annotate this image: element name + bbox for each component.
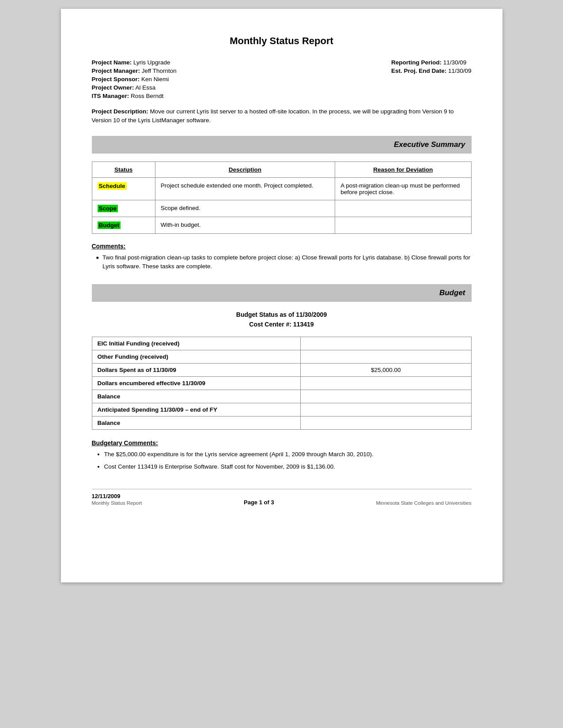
description-cell-budget: With-in budget. — [155, 217, 335, 233]
status-cell-budget: Budget — [92, 217, 155, 233]
table-row: Balance — [92, 390, 471, 403]
budget-row-label: Balance — [92, 390, 300, 403]
budgetary-comments-section: Budgetary Comments: The $25,000.00 expen… — [92, 439, 472, 472]
page-title: Monthly Status Report — [92, 35, 472, 47]
budget-table: EIC Initial Funding (received) Other Fun… — [92, 337, 472, 430]
budget-row-value — [300, 416, 471, 429]
budget-row-value — [300, 337, 471, 350]
project-info: Project Name: Lyris Upgrade Project Mana… — [92, 59, 472, 99]
table-row: Balance — [92, 416, 471, 429]
footer-page-info: Page 1 of 3 — [244, 499, 274, 506]
comments-section: Comments: ▪ Two final post-migration cle… — [92, 243, 472, 271]
budgetary-comments-list: The $25,000.00 expenditure is for the Ly… — [92, 450, 472, 472]
budget-badge: Budget — [98, 221, 121, 229]
table-row: EIC Initial Funding (received) — [92, 337, 471, 350]
footer-date: 12/11/2009 — [92, 493, 142, 499]
budget-row-value: $25,000.00 — [300, 363, 471, 376]
status-col-header: Status — [92, 161, 155, 177]
table-row: Dollars Spent as of 11/30/09 $25,000.00 — [92, 363, 471, 376]
budget-status-header: Budget Status as of 11/30/2009 Cost Cent… — [92, 310, 472, 330]
table-row: Scope Scope defined. — [92, 200, 471, 217]
project-name-value: Lyris Upgrade — [133, 59, 170, 66]
its-manager-label: ITS Manager: — [92, 93, 129, 99]
description-cell-schedule: Project schedule extended one month. Pro… — [155, 177, 335, 200]
budget-row-value — [300, 403, 471, 416]
project-manager-line: Project Manager: Jeff Thornton — [92, 68, 177, 74]
table-row: Other Funding (received) — [92, 350, 471, 363]
budget-row-label: Balance — [92, 416, 300, 429]
budget-row-value — [300, 376, 471, 390]
its-manager-value: Ross Berndt — [131, 93, 163, 99]
description-col-header: Description — [155, 161, 335, 177]
footer-organization: Minnesota State Colleges and Universitie… — [376, 500, 471, 506]
est-end-date-value: 11/30/09 — [448, 68, 472, 74]
project-manager-value: Jeff Thornton — [142, 68, 177, 74]
table-row: Dollars encumbered effective 11/30/09 — [92, 376, 471, 390]
its-manager-line: ITS Manager: Ross Berndt — [92, 93, 177, 99]
table-row: Anticipated Spending 11/30/09 – end of F… — [92, 403, 471, 416]
reporting-period-label: Reporting Period: — [391, 59, 442, 66]
budget-section-title: Budget — [98, 289, 465, 297]
project-sponsor-line: Project Sponsor: Ken Niemi — [92, 76, 177, 83]
footer-report-name: Monthly Status Report — [92, 500, 142, 506]
est-end-date-line: Est. Proj. End Date: 11/30/09 — [391, 68, 472, 74]
budget-section-header: Budget — [92, 284, 472, 302]
budget-row-label: Anticipated Spending 11/30/09 – end of F… — [92, 403, 300, 416]
project-sponsor-value: Ken Niemi — [141, 76, 169, 83]
budget-row-value — [300, 390, 471, 403]
status-cell-schedule: Schedule — [92, 177, 155, 200]
executive-summary-header: Executive Summary — [92, 136, 472, 154]
project-info-right: Reporting Period: 11/30/09 Est. Proj. En… — [391, 59, 472, 99]
status-table: Status Description Reason for Deviation … — [92, 161, 472, 234]
budget-row-label: Dollars Spent as of 11/30/09 — [92, 363, 300, 376]
footer: 12/11/2009 Monthly Status Report Page 1 … — [92, 489, 472, 506]
reason-col-header: Reason for Deviation — [335, 161, 471, 177]
reason-cell-budget — [335, 217, 471, 233]
list-item: The $25,000.00 expenditure is for the Ly… — [104, 450, 472, 459]
budget-row-label: EIC Initial Funding (received) — [92, 337, 300, 350]
reason-cell-schedule: A post-migration clean-up must be perfor… — [335, 177, 471, 200]
budget-status-line2: Cost Center #: 113419 — [92, 319, 472, 329]
budget-status-line1: Budget Status as of 11/30/2009 — [92, 310, 472, 319]
comments-title: Comments: — [92, 243, 472, 250]
budget-row-value — [300, 350, 471, 363]
table-row: Budget With-in budget. — [92, 217, 471, 233]
project-description-label: Project Description: — [92, 108, 148, 115]
budgetary-comments-title: Budgetary Comments: — [92, 439, 472, 447]
reporting-period-value: 11/30/09 — [443, 59, 467, 66]
list-item: ▪ Two final post-migration clean-up task… — [96, 253, 472, 271]
project-sponsor-label: Project Sponsor: — [92, 76, 140, 83]
comment-text: Two final post-migration clean-up tasks … — [102, 253, 472, 271]
status-cell-scope: Scope — [92, 200, 155, 217]
reason-cell-scope — [335, 200, 471, 217]
budget-row-label: Other Funding (received) — [92, 350, 300, 363]
budget-row-label: Dollars encumbered effective 11/30/09 — [92, 376, 300, 390]
list-item: Cost Center 113419 is Enterprise Softwar… — [104, 462, 472, 471]
page: Monthly Status Report Project Name: Lyri… — [61, 9, 503, 582]
schedule-badge: Schedule — [98, 182, 127, 190]
project-owner-value: Al Essa — [136, 84, 156, 91]
project-owner-label: Project Owner: — [92, 84, 134, 91]
project-description: Project Description: Move our current Ly… — [92, 107, 472, 125]
comments-list: ▪ Two final post-migration clean-up task… — [92, 253, 472, 271]
footer-left: 12/11/2009 Monthly Status Report — [92, 493, 142, 506]
project-manager-label: Project Manager: — [92, 68, 140, 74]
description-cell-scope: Scope defined. — [155, 200, 335, 217]
scope-badge: Scope — [98, 205, 118, 212]
bullet-icon: ▪ — [96, 253, 99, 271]
project-info-left: Project Name: Lyris Upgrade Project Mana… — [92, 59, 177, 99]
est-end-date-label: Est. Proj. End Date: — [391, 68, 446, 74]
reporting-period-line: Reporting Period: 11/30/09 — [391, 59, 472, 66]
project-name-label: Project Name: — [92, 59, 132, 66]
project-owner-line: Project Owner: Al Essa — [92, 84, 177, 91]
table-row: Schedule Project schedule extended one m… — [92, 177, 471, 200]
executive-summary-title: Executive Summary — [98, 140, 465, 149]
project-name-line: Project Name: Lyris Upgrade — [92, 59, 177, 66]
